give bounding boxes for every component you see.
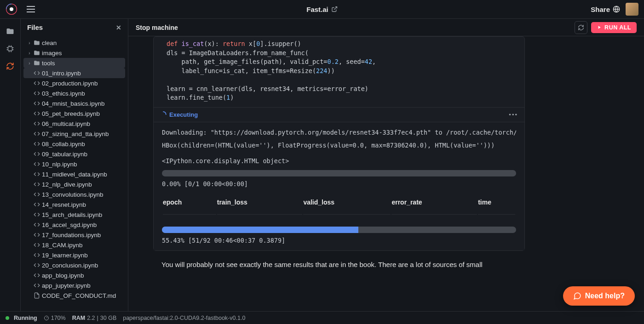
run-all-label: RUN ALL — [604, 24, 631, 31]
status-dot — [6, 316, 9, 320]
globe-icon — [613, 6, 620, 13]
file-item[interactable]: CODE_OF_CONDUCT.md — [23, 290, 125, 301]
progress-bar-2 — [162, 227, 516, 233]
folder-item[interactable]: ›tools — [23, 58, 125, 68]
code-block[interactable]: def is_cat(x): return x[0].isupper() dls… — [154, 37, 524, 107]
table-header: valid_loss — [303, 196, 391, 215]
folder-item[interactable]: ›images — [23, 48, 125, 58]
file-item[interactable]: app_blog.ipynb — [23, 270, 125, 280]
open-external-icon[interactable] — [331, 6, 338, 12]
output-line: <IPython.core.display.HTML object> — [162, 157, 516, 165]
file-item[interactable]: 14_resnet.ipynb — [23, 199, 125, 210]
table-header: error_rate — [391, 196, 477, 215]
cell-more-icon[interactable]: ••• — [509, 111, 518, 118]
file-item[interactable]: 15_arch_details.ipynb — [23, 210, 125, 220]
file-item[interactable]: 02_production.ipynb — [23, 78, 125, 88]
file-item[interactable]: 09_tabular.ipynb — [23, 149, 125, 159]
gauge-icon — [44, 315, 49, 321]
file-item[interactable]: 12_nlp_dive.ipynb — [23, 179, 125, 189]
file-item[interactable]: 06_multicat.ipynb — [23, 119, 125, 129]
chip-icon[interactable] — [6, 45, 14, 53]
output-line: HBox(children=(HTML(value=''), FloatProg… — [162, 142, 516, 149]
folder-item[interactable]: ›clean — [23, 38, 125, 48]
svg-point-2 — [10, 7, 13, 11]
spinner-icon — [160, 111, 167, 118]
file-item[interactable]: 17_foundations.ipynb — [23, 230, 125, 240]
notebook-title: Fast.ai — [306, 6, 328, 13]
user-avatar[interactable] — [626, 3, 638, 16]
app-logo[interactable] — [6, 3, 17, 15]
share-button[interactable]: Share — [591, 6, 620, 13]
close-icon[interactable]: ✕ — [116, 24, 121, 31]
file-item[interactable]: 18_CAM.ipynb — [23, 240, 125, 250]
table-header: time — [478, 196, 515, 215]
code-cell[interactable]: def is_cat(x): return x[0].isupper() dls… — [153, 36, 525, 251]
progress-text-1: 0.00% [0/1 00:00<00:00] — [162, 180, 516, 188]
ram-usage: RAM 2.2 | 30 GB — [72, 315, 117, 321]
status-bar: Running 170% RAM 2.2 | 30 GB paperspace/… — [0, 311, 644, 324]
file-item[interactable]: 10_nlp.ipynb — [23, 159, 125, 169]
file-item[interactable]: 08_collab.ipynb — [23, 139, 125, 149]
sync-icon[interactable] — [6, 62, 14, 70]
help-button[interactable]: Need help? — [563, 286, 635, 306]
progress-bar-1 — [162, 170, 516, 176]
file-item[interactable]: 03_ethics.ipynb — [23, 88, 125, 98]
file-item[interactable]: 05_pet_breeds.ipynb — [23, 108, 125, 119]
progress-text-2: 55.43% [51/92 00:46<00:37 0.3879] — [162, 237, 516, 244]
table-header: train_loss — [217, 196, 303, 215]
sidebar-title: Files — [27, 23, 43, 31]
output-line: Downloading: "https://download.pytorch.o… — [162, 129, 516, 136]
file-item[interactable]: app_jupyter.ipynb — [23, 280, 125, 290]
machine-status[interactable]: Running — [6, 315, 37, 321]
play-icon — [597, 25, 602, 30]
cell-status-label: Executing — [169, 111, 198, 118]
file-item[interactable]: 07_sizing_and_tta.ipynb — [23, 129, 125, 139]
stop-machine-button[interactable]: Stop machine — [136, 24, 178, 31]
markdown-text: You will probably not see exactly the sa… — [153, 259, 525, 270]
container-image: paperspace/fastai:2.0-CUDA9.2-fastbook-v… — [123, 315, 245, 321]
table-header: epoch — [163, 196, 216, 215]
cpu-usage: 170% — [44, 315, 66, 321]
file-item[interactable]: 11_midlevel_data.ipynb — [23, 169, 125, 179]
help-label: Need help? — [585, 292, 625, 300]
file-item[interactable]: 16_accel_sgd.ipynb — [23, 220, 125, 230]
file-item[interactable]: 20_conclusion.ipynb — [23, 260, 125, 270]
file-item[interactable]: 19_learner.ipynb — [23, 250, 125, 260]
restart-kernel-button[interactable] — [575, 21, 587, 34]
file-item[interactable]: 13_convolutions.ipynb — [23, 189, 125, 199]
chat-icon — [573, 292, 581, 300]
menu-icon[interactable] — [25, 4, 37, 14]
cell-output: Downloading: "https://download.pytorch.o… — [154, 122, 524, 250]
share-label: Share — [591, 6, 610, 13]
files-icon[interactable] — [6, 27, 14, 35]
file-tree: ›clean›images›tools01_intro.ipynb02_prod… — [21, 36, 128, 311]
run-all-button[interactable]: RUN ALL — [591, 22, 637, 33]
svg-rect-4 — [8, 47, 12, 51]
file-item[interactable]: 01_intro.ipynb — [23, 68, 125, 78]
file-item[interactable]: 04_mnist_basics.ipynb — [23, 98, 125, 108]
